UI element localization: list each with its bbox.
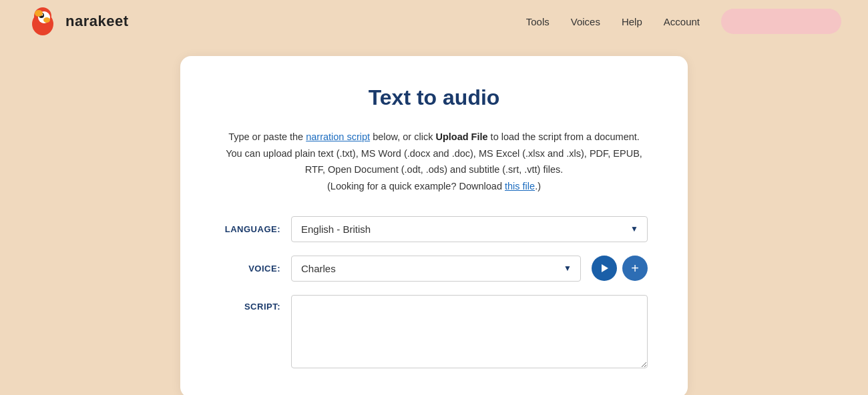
- language-select-wrapper: English - British English - American Spa…: [291, 216, 648, 242]
- add-voice-button[interactable]: +: [622, 256, 648, 281]
- voice-select-wrapper: Charles Alice Bob Emma James ▼: [291, 256, 581, 282]
- script-row: SCRIPT:: [220, 295, 648, 368]
- voice-controls: +: [592, 256, 648, 281]
- svg-point-6: [35, 10, 43, 17]
- voice-select[interactable]: Charles Alice Bob Emma James: [291, 256, 581, 282]
- main-card: Text to audio Type or paste the narratio…: [180, 56, 688, 395]
- desc-text-4: (Looking for a quick example? Download: [327, 181, 505, 191]
- narration-script-link[interactable]: narration script: [306, 131, 370, 142]
- voice-label: VOICE:: [220, 264, 280, 274]
- this-file-link[interactable]: this file: [505, 181, 535, 191]
- play-voice-button[interactable]: [592, 256, 617, 281]
- page-title: Text to audio: [220, 85, 648, 110]
- logo-icon: [27, 5, 59, 37]
- script-label: SCRIPT:: [220, 295, 280, 312]
- main-content: Text to audio Type or paste the narratio…: [0, 43, 868, 395]
- logo[interactable]: narakeet: [27, 5, 129, 37]
- desc-text-5: .): [535, 181, 541, 191]
- nav-voices[interactable]: Voices: [571, 16, 600, 27]
- script-textarea[interactable]: [291, 295, 648, 368]
- logo-text: narakeet: [65, 13, 129, 30]
- upload-file-bold: Upload File: [435, 131, 487, 142]
- language-select[interactable]: English - British English - American Spa…: [291, 216, 648, 242]
- navbar: narakeet Tools Voices Help Account: [0, 0, 868, 43]
- nav-account[interactable]: Account: [664, 16, 700, 27]
- voice-row: VOICE: Charles Alice Bob Emma James ▼ +: [220, 256, 648, 282]
- desc-text-2: below, or click: [370, 131, 435, 142]
- desc-text-1: Type or paste the: [228, 131, 306, 142]
- nav-cta-button[interactable]: [721, 9, 841, 34]
- description: Type or paste the narration script below…: [220, 129, 648, 195]
- svg-point-3: [43, 17, 50, 23]
- language-label: LANGUAGE:: [220, 224, 280, 234]
- nav-help[interactable]: Help: [622, 16, 642, 27]
- nav-links: Tools Voices Help Account: [526, 16, 700, 27]
- play-icon: [602, 264, 608, 272]
- nav-tools[interactable]: Tools: [526, 16, 550, 27]
- language-row: LANGUAGE: English - British English - Am…: [220, 216, 648, 242]
